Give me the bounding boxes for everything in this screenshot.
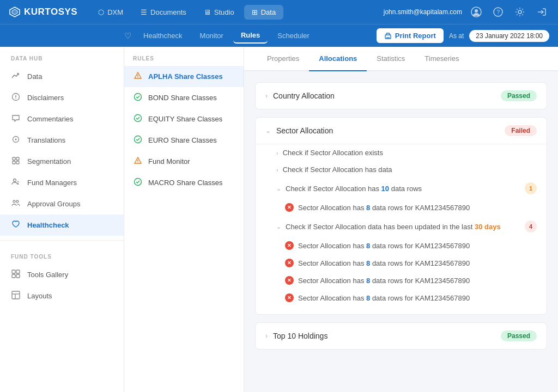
sector-check-data-rows-row[interactable]: ⌄ Check if Sector Allocation has 10 data… xyxy=(265,178,537,199)
content-area: Properties Allocations Statistics Timese… xyxy=(244,47,558,392)
nav-data[interactable]: ⊞ Data xyxy=(244,5,283,20)
tabs-bar: Properties Allocations Statistics Timese… xyxy=(244,47,558,71)
svg-text:?: ? xyxy=(497,9,500,15)
svg-rect-15 xyxy=(13,161,15,164)
commentaries-icon xyxy=(11,114,21,124)
tab-timeseries[interactable]: Timeseries xyxy=(415,47,469,71)
error-circle-icon-1: ✕ xyxy=(285,241,294,250)
sidebar-item-data[interactable]: Data xyxy=(0,66,124,87)
country-allocation-title: Country Allocation xyxy=(273,91,495,100)
user-avatar-btn[interactable] xyxy=(469,4,484,20)
user-email: john.smith@kapitalam.com xyxy=(384,8,462,16)
healthcheck-icon xyxy=(11,220,21,230)
rule-item-bond[interactable]: BOND Share Classes xyxy=(124,87,244,108)
tab-properties[interactable]: Properties xyxy=(257,47,309,71)
rule-item-alpha[interactable]: APLHA Share Classes xyxy=(124,66,244,87)
ok-icon-equity xyxy=(133,114,143,124)
rule-item-euro[interactable]: EURO Share Classes xyxy=(124,130,244,151)
logout-btn[interactable] xyxy=(534,4,549,20)
heart-sub-icon: ♡ xyxy=(124,31,131,41)
settings-btn[interactable] xyxy=(512,4,527,20)
rule-item-macro[interactable]: MACRO Share Classes xyxy=(124,172,244,193)
sector-allocation-body: › Check if Sector Allocation exists › Ch… xyxy=(256,144,547,314)
sub-nav-left: ♡ Healthcheck Monitor Rules Scheduler xyxy=(124,28,374,44)
help-btn[interactable]: ? xyxy=(490,4,506,20)
logo-icon xyxy=(9,6,21,18)
has-data-chevron-icon: › xyxy=(276,167,278,173)
tab-statistics[interactable]: Statistics xyxy=(367,47,415,71)
sidebar-item-approval-groups[interactable]: Approval Groups xyxy=(0,193,124,215)
translations-icon xyxy=(11,135,21,145)
data-rows-error-1-row: ✕ Sector Allocation has 8 data rows for … xyxy=(265,199,537,216)
fund-tools-label: FUND TOOLS xyxy=(0,245,124,264)
data-rows-count-badge: 1 xyxy=(525,182,537,194)
sidebar-item-tools-gallery[interactable]: Tools Gallery xyxy=(0,264,124,285)
sidebar-item-translations[interactable]: Translations xyxy=(0,130,124,151)
sector-chevron-icon: ⌄ xyxy=(265,127,271,134)
sidebar-segmentation-label: Segmentation xyxy=(27,157,71,166)
exists-text: Check if Sector Allocation exists xyxy=(283,149,383,157)
top10-holdings-header[interactable]: › Top 10 Holdings Passed xyxy=(256,323,547,349)
ok-icon-bond xyxy=(133,93,143,103)
error-circle-icon: ✕ xyxy=(285,203,294,212)
sidebar-translations-label: Translations xyxy=(27,136,65,144)
subnav-healthcheck[interactable]: Healthcheck xyxy=(136,28,190,43)
country-allocation-header[interactable]: › Country Allocation Passed xyxy=(256,83,547,109)
sector-allocation-header[interactable]: ⌄ Sector Allocation Failed xyxy=(256,118,547,144)
sidebar: DATA HUB Data Disclaimers Commentaries T… xyxy=(0,47,124,392)
documents-icon: ☰ xyxy=(141,8,147,16)
data-nav-icon xyxy=(11,71,21,82)
sub-nav: ♡ Healthcheck Monitor Rules Scheduler Pr… xyxy=(0,24,558,47)
subnav-monitor[interactable]: Monitor xyxy=(192,28,231,43)
error-circle-icon-3: ✕ xyxy=(285,276,294,285)
last-updated-error-4-text: Sector Allocation has 8 data rows for KA… xyxy=(298,294,470,302)
sidebar-item-disclaimers[interactable]: Disclaimers xyxy=(0,87,124,108)
data-rows-text-with-count: Check if Sector Allocation has 10 data r… xyxy=(286,182,537,194)
sector-allocation-badge: Failed xyxy=(505,125,537,136)
rule-item-fund-monitor[interactable]: Fund Monitor xyxy=(124,151,244,172)
svg-rect-20 xyxy=(12,270,15,273)
data-icon: ⊞ xyxy=(252,8,258,16)
sector-check-last-updated-row[interactable]: ⌄ Check if Sector Allocation data has be… xyxy=(265,216,537,237)
last-updated-error-3-text: Sector Allocation has 8 data rows for KA… xyxy=(298,277,470,285)
svg-rect-22 xyxy=(12,274,15,278)
nav-dxm[interactable]: ⬡ DXM xyxy=(90,5,131,20)
sidebar-item-healthcheck[interactable]: Healthcheck xyxy=(0,215,124,236)
rule-euro-label: EURO Share Classes xyxy=(148,136,217,144)
svg-point-30 xyxy=(135,115,142,122)
error-circle-icon-4: ✕ xyxy=(285,293,294,302)
last-updated-error-3-row: ✕ Sector Allocation has 8 data rows for … xyxy=(265,272,537,289)
last-updated-highlight: 30 days xyxy=(475,223,501,231)
svg-rect-16 xyxy=(16,161,19,164)
data-rows-error-1-text: Sector Allocation has 8 data rows for KA… xyxy=(298,204,470,212)
app-logo[interactable]: KURTOSYS xyxy=(9,6,77,18)
svg-rect-24 xyxy=(12,291,20,299)
subnav-rules[interactable]: Rules xyxy=(233,28,268,44)
last-updated-text-with-count: Check if Sector Allocation data has been… xyxy=(286,220,537,232)
sidebar-item-fund-managers[interactable]: Fund Managers xyxy=(0,172,124,193)
sector-check-exists-row[interactable]: › Check if Sector Allocation exists xyxy=(265,144,537,161)
subnav-scheduler[interactable]: Scheduler xyxy=(270,28,317,43)
top10-holdings-title: Top 10 Holdings xyxy=(273,332,495,340)
nav-documents[interactable]: ☰ Documents xyxy=(133,5,194,20)
content-body: › Country Allocation Passed ⌄ Sector All… xyxy=(244,71,558,360)
top10-holdings-card: › Top 10 Holdings Passed xyxy=(255,322,547,350)
print-report-btn[interactable]: Print Report xyxy=(377,28,444,43)
top-nav: KURTOSYS ⬡ DXM ☰ Documents 🖥 Studio ⊞ Da… xyxy=(0,0,558,24)
sector-check-has-data-row[interactable]: › Check if Sector Allocation has data xyxy=(265,161,537,178)
sidebar-item-layouts[interactable]: Layouts xyxy=(0,285,124,307)
sidebar-item-commentaries[interactable]: Commentaries xyxy=(0,108,124,130)
tab-allocations[interactable]: Allocations xyxy=(309,47,367,71)
svg-point-29 xyxy=(135,94,142,101)
data-rows-highlight: 10 xyxy=(381,185,389,193)
data-hub-label: DATA HUB xyxy=(0,47,124,66)
svg-point-34 xyxy=(135,179,142,186)
svg-rect-7 xyxy=(385,35,391,39)
sidebar-item-segmentation[interactable]: Segmentation xyxy=(0,151,124,172)
last-updated-error-4-row: ✕ Sector Allocation has 8 data rows for … xyxy=(265,289,537,307)
sidebar-healthcheck-label: Healthcheck xyxy=(27,221,69,229)
main-layout: DATA HUB Data Disclaimers Commentaries T… xyxy=(0,47,558,392)
rule-item-equity[interactable]: EQUITY Share Classes xyxy=(124,108,244,130)
sector-allocation-title: Sector Allocation xyxy=(276,126,499,135)
nav-studio[interactable]: 🖥 Studio xyxy=(196,5,242,20)
